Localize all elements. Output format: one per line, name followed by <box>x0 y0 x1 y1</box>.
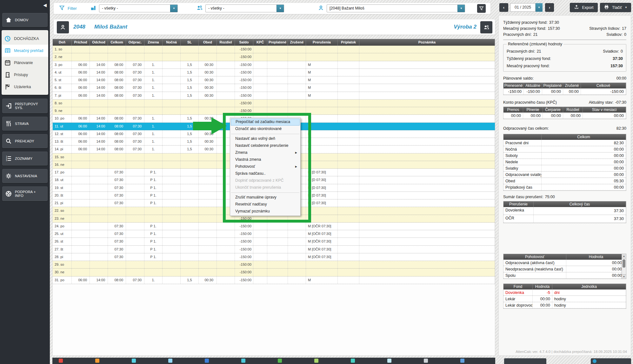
cell-preplaten <box>267 230 288 237</box>
next-month-button[interactable]: › <box>545 3 554 12</box>
menu-item[interactable]: Nastaviť celodenné prerušenie <box>231 142 300 149</box>
table-row-day-5[interactable]: 5. st06:0014:0008:0007:301.1,500:30-150:… <box>53 76 495 84</box>
bottom-button-right[interactable] <box>591 358 631 364</box>
column-header[interactable]: Nočná <box>163 39 181 46</box>
menu-item[interactable]: Zmena▶ <box>231 149 300 156</box>
table-row-day-24[interactable]: 24. po07:30P 1.-150:00M [OČR 07:30] <box>53 223 495 230</box>
chevron-down-icon[interactable]: ▼ <box>457 5 465 12</box>
sidebar-item-pristupy[interactable]: Prístupy <box>2 69 48 81</box>
column-header[interactable]: Deň <box>53 39 72 46</box>
column-header[interactable]: Poznámka <box>359 39 495 46</box>
employee-profile-button[interactable] <box>57 21 69 33</box>
group-select[interactable]: - všetky - ▼ <box>205 4 284 12</box>
column-header[interactable]: Celkom <box>108 39 126 46</box>
print-button[interactable]: Tlačiť ▼ <box>600 3 631 12</box>
sidebar-collapse-icon[interactable]: ◀ <box>43 3 47 8</box>
legend-chip <box>241 359 245 363</box>
column-header[interactable]: Príchod <box>72 39 90 46</box>
sidebar-item-domov[interactable]: DOMOV <box>2 13 48 27</box>
table-row-day-28[interactable]: 28. pi07:30P 1.-150:00M [OČR 07:30] <box>53 253 495 261</box>
column-header[interactable]: Príplatok <box>338 39 359 46</box>
column-header[interactable]: Preplatené <box>267 39 288 46</box>
table-row-day-9[interactable]: 9. ne-150:00 <box>53 107 495 115</box>
table-row-day-31[interactable]: 31. po06:0014:0008:0007:301.1,500:30-150… <box>53 276 495 284</box>
table-row-day-3[interactable]: 3. po06:0014:0008:0007:301.1,500:30-150:… <box>53 61 495 69</box>
department-members-button[interactable] <box>480 21 492 33</box>
column-header[interactable]: Odprac. <box>126 39 144 46</box>
menu-item[interactable]: Vlastná zmena <box>231 156 300 163</box>
sidebar-item-nastavenia[interactable]: NASTAVENIA <box>2 169 48 183</box>
cell-prplatok <box>338 138 359 145</box>
chevron-down-icon[interactable]: ▼ <box>277 5 284 12</box>
sidebar-item-planovanie[interactable]: Plánovanie <box>2 57 48 69</box>
menu-item[interactable]: Vymazať poznámku <box>231 208 300 215</box>
sidebar-item-zoznamy[interactable]: 123ZOZNAMY <box>2 152 48 166</box>
period-field[interactable]: 01 / 2025 <box>510 3 536 12</box>
menu-item[interactable]: Správa nadčasu.. <box>231 170 300 177</box>
column-header[interactable]: KPČ <box>253 39 267 46</box>
column-header[interactable]: SL <box>181 39 199 46</box>
menu-item[interactable]: Doplniť odpracované z KPČ <box>231 177 300 184</box>
sidebar-item-uzavierka[interactable]: Uzávierka <box>2 81 48 93</box>
chevron-down-icon[interactable]: ▼ <box>170 5 177 12</box>
export-button[interactable]: Export <box>570 3 598 12</box>
column-header[interactable]: Obed <box>199 39 217 46</box>
sidebar-item-strava[interactable]: STRAVA <box>2 117 48 131</box>
table-row-day-8[interactable]: 8. so-150:00 <box>53 100 495 107</box>
column-header[interactable]: Zrušené <box>288 39 306 46</box>
sidebar-item-mesacny-prehlad[interactable]: Mesačný prehľad <box>2 45 48 57</box>
column-header[interactable]: Zmena <box>144 39 163 46</box>
cell-de: 1. so <box>53 46 72 53</box>
table-row-day-27[interactable]: 27. št07:30P 1.-150:00M [OČR 07:30] <box>53 246 495 253</box>
standby-scrollbar[interactable]: ▲ ▼ <box>622 254 626 279</box>
cell-saldo: -150:00 <box>235 238 253 245</box>
column-header[interactable]: Saldo <box>235 39 253 46</box>
scroll-up-icon[interactable]: ▲ <box>622 254 626 258</box>
table-row-day-1[interactable]: 1. so-150:00 <box>53 46 495 53</box>
table-row-day-6[interactable]: 6. št06:0014:0008:0007:301.1,500:30-150:… <box>53 84 495 92</box>
cell-obed <box>199 53 217 61</box>
cell-odchod: 14:00 <box>90 84 108 91</box>
cell-poznmka <box>359 153 495 161</box>
table-row-day-7[interactable]: 7. pi06:0014:0008:0007:301.1,500:30-150:… <box>53 92 495 100</box>
cell-non <box>163 192 181 199</box>
person-select[interactable]: [2048] Bažant Miloš ▼ <box>327 4 465 12</box>
apply-filter-button[interactable] <box>477 4 486 13</box>
table-row-day-26[interactable]: 26. st07:30P 1.-150:00M [OČR 07:30] <box>53 238 495 245</box>
table-row-day-4[interactable]: 4. ut06:0014:0008:0007:301.1,500:30-150:… <box>53 69 495 76</box>
sidebar-item-dochadzka[interactable]: DOCHÁDZKA <box>2 33 48 45</box>
table-row-day-30[interactable]: 30. ne-150:00 <box>53 269 495 276</box>
sidebar-item-prehlady[interactable]: PREHĽADY <box>2 134 48 148</box>
previous-month-button[interactable]: ‹ <box>499 3 508 12</box>
table-row-day-23[interactable]: 23. ne-150:00 <box>53 215 495 223</box>
bottom-button-left[interactable] <box>504 358 546 364</box>
cell-saldo: -150:00 <box>235 230 253 237</box>
cell-odchod <box>90 169 108 176</box>
table-row-day-2[interactable]: 2. ne-150:00 <box>53 53 495 61</box>
department-select[interactable]: - všetky - ▼ <box>99 4 178 12</box>
menu-item[interactable]: Pohotovosť▶ <box>231 163 300 170</box>
period-dropdown-button[interactable]: ▼ <box>536 3 543 12</box>
column-header[interactable]: Prerušenia <box>306 39 338 46</box>
table-row-day-29[interactable]: 29. so-150:00 <box>53 261 495 269</box>
cell-poznmka <box>359 53 495 61</box>
planned-saldo-label: Plánované saldo: <box>503 76 534 81</box>
summary-cell: 00:00 <box>583 113 626 119</box>
scroll-down-icon[interactable]: ▼ <box>622 274 626 279</box>
cell-prplatok <box>338 46 359 53</box>
cell-prchod: 06:00 <box>72 138 90 145</box>
menu-item[interactable]: Prepočítať od začiatku mesiaca <box>231 119 300 126</box>
column-header[interactable]: Odchod <box>90 39 108 46</box>
menu-item[interactable]: Ukončiť trvanie prerušenia <box>231 184 300 191</box>
column-header[interactable]: Rozdiel <box>217 39 235 46</box>
sidebar-item-pristupovy-sys[interactable]: PRÍSTUPOVÝ SYS. <box>2 99 48 113</box>
table-row-day-25[interactable]: 25. ut07:30P 1.-150:00M [OČR 07:30] <box>53 230 495 238</box>
menu-item[interactable]: Resetnúť nadčasy <box>231 201 300 208</box>
menu-item[interactable]: Nastaviť ako voľný deň <box>231 135 300 142</box>
scrollbar-thumb[interactable] <box>623 259 625 268</box>
cell-obed <box>199 192 217 199</box>
sidebar-item-podpora-info[interactable]: PODPORA + INFO <box>2 186 48 201</box>
menu-item[interactable]: Označiť ako skontrolované <box>231 126 300 133</box>
menu-item[interactable]: Zrušiť manuálne úpravy <box>231 194 300 201</box>
cell-obed <box>199 261 217 268</box>
